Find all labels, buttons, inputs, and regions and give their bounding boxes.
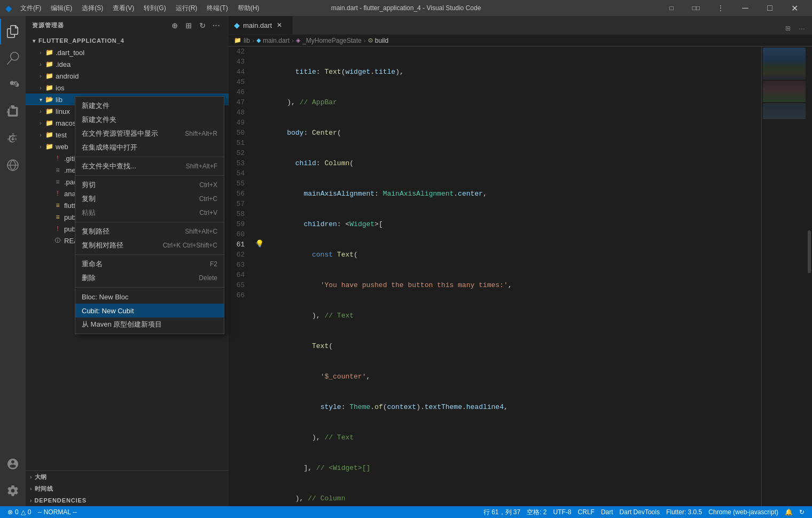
ctx-delete-shortcut: Delete [199, 274, 217, 282]
breadcrumb-lib[interactable]: 📁 lib [234, 37, 250, 44]
breadcrumb-class-label: _MyHomePageState [302, 37, 362, 44]
tab-file-icon: ◆ [234, 21, 240, 29]
ctx-paste-shortcut: Ctrl+V [199, 209, 217, 217]
test-folder-icon: 📁 [45, 130, 53, 139]
ctx-copy-path[interactable]: 复制路径 Shift+Alt+C [75, 225, 224, 238]
layout-btn-1[interactable]: □ [659, 0, 684, 16]
status-line-col-label: 行 61，列 37 [483, 508, 520, 517]
status-vim-label: -- NORMAL -- [37, 508, 77, 516]
split-editor-btn[interactable]: ⊞ [782, 22, 794, 34]
root-arrow: ▾ [30, 36, 38, 45]
code-line-52: '$_counter', [270, 372, 761, 382]
menu-help[interactable]: 帮助(H) [233, 3, 264, 14]
editor-gutter: + 💡 [255, 47, 266, 506]
more-tabs-btn[interactable]: ··· [796, 22, 808, 34]
ctx-new-file[interactable]: 新建文件 [75, 99, 224, 113]
status-icon-bell[interactable]: 🔔 [782, 506, 796, 518]
status-vim-mode[interactable]: -- NORMAL -- [34, 506, 80, 518]
menu-file[interactable]: 文件(F) [16, 3, 45, 14]
tree-item-ios[interactable]: › 📁 ios [26, 82, 229, 94]
ctx-copy[interactable]: 复制 Ctrl+C [75, 192, 224, 206]
tab-close-btn[interactable]: ✕ [275, 21, 284, 29]
window-title: main.dart - flutter_application_4 - Visu… [331, 4, 481, 12]
breadcrumb-method-label: build [375, 37, 388, 44]
code-content[interactable]: title: Text(widget.title), ), // AppBar … [266, 47, 761, 506]
status-language-label: Dart [601, 508, 613, 516]
activity-remote[interactable] [0, 152, 26, 178]
web-folder-icon: 📁 [45, 142, 53, 151]
status-errors[interactable]: ⊗ 0 △ 0 [4, 506, 34, 518]
breadcrumb-method[interactable]: ⊙ build [368, 37, 388, 44]
activity-account[interactable] [0, 451, 26, 477]
ctx-maven-new[interactable]: 从 Maven 原型创建新项目 [75, 318, 224, 331]
breadcrumb-sep-2: › [292, 37, 294, 44]
menu-run[interactable]: 运行(R) [171, 3, 202, 14]
status-line-col[interactable]: 行 61，列 37 [480, 506, 524, 518]
status-encoding[interactable]: UTF-8 [550, 506, 575, 518]
activity-explorer[interactable] [0, 19, 26, 44]
tree-item-idea[interactable]: › 📁 .idea [26, 58, 229, 70]
activity-extensions[interactable] [0, 99, 26, 125]
flutter-gen-icon: ≡ [53, 201, 62, 210]
ctx-copy-relative-path[interactable]: 复制相对路径 Ctrl+K Ctrl+Shift+C [75, 238, 224, 252]
status-platform[interactable]: Chrome (web-javascript) [705, 506, 782, 518]
tree-item-dart-tool[interactable]: › 📁 .dart_tool [26, 47, 229, 58]
activity-source-control[interactable] [0, 72, 26, 98]
linux-label: linux [56, 107, 70, 115]
status-language[interactable]: Dart [598, 506, 616, 518]
refresh-btn[interactable]: ↻ [197, 20, 208, 32]
maximize-btn[interactable]: □ [758, 0, 782, 16]
code-line-51: Text( [270, 341, 761, 351]
layout-btn-3[interactable]: ⋮ [708, 0, 733, 16]
activity-search[interactable] [0, 45, 26, 71]
menu-goto[interactable]: 转到(G) [139, 3, 170, 14]
close-btn[interactable]: ✕ [782, 0, 807, 16]
menu-terminal[interactable]: 终端(T) [202, 3, 232, 14]
tree-item-android[interactable]: › 📁 android [26, 70, 229, 82]
status-platform-label: Chrome (web-javascript) [708, 508, 778, 516]
tab-main-dart[interactable]: ◆ main.dart ✕ [229, 16, 293, 34]
tree-root[interactable]: ▾ FLUTTER_APPLICATION_4 [26, 35, 229, 47]
code-editor[interactable]: 42 43 44 45 46 47 48 49 50 51 52 53 54 5… [229, 47, 761, 506]
sidebar-bottom: › 大纲 › 时间线 › DEPENDENCIES [26, 470, 229, 506]
ctx-sep-4 [75, 254, 224, 255]
ctx-cut[interactable]: 剪切 Ctrl+X [75, 178, 224, 192]
more-actions-btn[interactable]: ··· [210, 20, 222, 32]
ctx-paste[interactable]: 粘贴 Ctrl+V [75, 206, 224, 220]
status-flutter-version[interactable]: Flutter: 3.0.5 [663, 506, 705, 518]
status-eol[interactable]: CRLF [575, 506, 598, 518]
ctx-bloc-new[interactable]: Bloc: New Bloc [75, 290, 224, 304]
activity-debug[interactable] [0, 126, 26, 151]
ctx-delete[interactable]: 删除 Delete [75, 271, 224, 285]
minimize-btn[interactable]: ─ [733, 0, 758, 16]
lightbulb-icon[interactable]: 💡 [255, 239, 264, 248]
status-dart-devtools[interactable]: Dart DevTools [616, 506, 663, 518]
ctx-open-terminal[interactable]: 在集成终端中打开 [75, 141, 224, 154]
ln-46: 46 [229, 87, 251, 97]
breadcrumb-class[interactable]: ◈ _MyHomePageState [296, 37, 362, 44]
status-spaces[interactable]: 空格: 2 [524, 506, 550, 518]
breadcrumb-sep-3: › [364, 37, 366, 44]
ctx-new-folder[interactable]: 新建文件夹 [75, 113, 224, 127]
ctx-find-in-folder[interactable]: 在文件夹中查找... Shift+Alt+F [75, 159, 224, 173]
section-outline[interactable]: › 大纲 [26, 471, 229, 483]
ln-45: 45 [229, 77, 251, 87]
lib-folder-icon: 📂 [45, 95, 53, 104]
menu-view[interactable]: 查看(V) [108, 3, 138, 14]
status-icon-sync[interactable]: ↻ [796, 506, 808, 518]
sidebar-header-actions: ⊕ ⊞ ↻ ··· [169, 20, 222, 32]
layout-btn-2[interactable]: □□ [684, 0, 708, 16]
section-timeline[interactable]: › 时间线 [26, 483, 229, 494]
section-dependencies[interactable]: › DEPENDENCIES [26, 494, 229, 506]
vertical-scrollbar[interactable] [807, 47, 812, 506]
ctx-reveal-in-explorer[interactable]: 在文件资源管理器中显示 Shift+Alt+R [75, 127, 224, 141]
ctx-cubit-new[interactable]: Cubit: New Cubit [75, 304, 224, 318]
ctx-rename[interactable]: 重命名 F2 [75, 257, 224, 271]
activity-settings[interactable] [0, 478, 26, 504]
new-file-btn[interactable]: ⊕ [169, 20, 181, 32]
new-folder-btn[interactable]: ⊞ [183, 20, 194, 32]
menu-edit[interactable]: 编辑(E) [46, 3, 76, 14]
scrollbar-thumb[interactable] [808, 230, 811, 273]
menu-select[interactable]: 选择(S) [77, 3, 107, 14]
breadcrumb-file[interactable]: ◆ main.dart [256, 37, 290, 44]
